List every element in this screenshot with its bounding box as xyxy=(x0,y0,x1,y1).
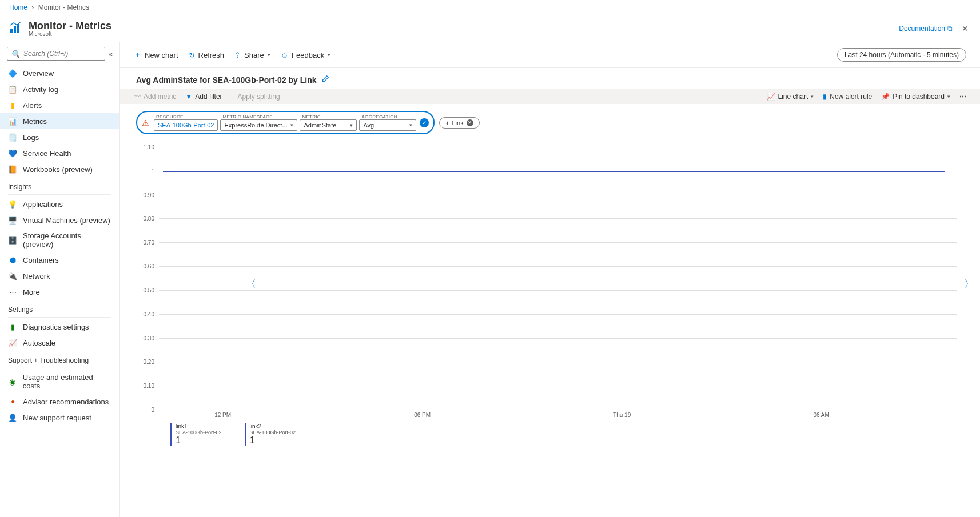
chevron-down-icon: ▾ xyxy=(409,122,412,128)
add-filter-button[interactable]: ▼Add filter xyxy=(185,93,222,101)
chevron-down-icon: ▾ xyxy=(290,122,293,128)
gridline xyxy=(159,266,957,267)
resource-label: RESOURCE xyxy=(154,114,218,119)
y-tick-label: 0.20 xyxy=(144,359,154,365)
sidebar-item-label: Network xyxy=(23,272,50,280)
sidebar-section-settings: Settings xyxy=(0,300,119,316)
add-metric-button[interactable]: 〰Add metric xyxy=(134,93,176,101)
sidebar-item-activity-log[interactable]: 📋Activity log xyxy=(0,81,119,97)
legend-series-name: link2 xyxy=(250,423,296,430)
gridline xyxy=(159,218,957,219)
filter-icon: ▼ xyxy=(185,93,192,101)
sidebar-item-usage[interactable]: ◉Usage and estimated costs xyxy=(0,370,119,394)
overview-icon: 🔷 xyxy=(8,69,17,78)
y-axis: 1.1010.900.800.700.600.500.400.300.200.1… xyxy=(136,147,157,410)
chart-legend: link1SEA-100Gb-Port-021link2SEA-100Gb-Po… xyxy=(136,421,957,446)
sidebar-item-overview[interactable]: 🔷Overview xyxy=(0,65,119,81)
feedback-button[interactable]: ☺Feedback ▾ xyxy=(281,51,330,59)
resource-selector[interactable]: SEA-100Gb-Port-02 xyxy=(154,119,218,131)
pin-dashboard-button[interactable]: 📌Pin to dashboard ▾ xyxy=(881,93,950,101)
share-button[interactable]: ⇪Share ▾ xyxy=(234,51,270,59)
y-tick-label: 0.10 xyxy=(144,383,154,389)
refresh-button[interactable]: ↻Refresh xyxy=(189,51,225,59)
service-health-icon: 💙 xyxy=(8,149,17,158)
close-button[interactable]: ✕ xyxy=(959,22,971,35)
data-line xyxy=(163,171,945,172)
sidebar-item-label: Diagnostics settings xyxy=(23,323,89,331)
sidebar-item-diagnostics[interactable]: ▮Diagnostics settings xyxy=(0,319,119,335)
legend-series-name: link1 xyxy=(176,423,222,430)
sidebar-item-storage[interactable]: 🗄️Storage Accounts (preview) xyxy=(0,228,119,252)
search-input-wrapper[interactable]: 🔍 xyxy=(7,47,105,61)
sidebar-item-label: Containers xyxy=(23,256,59,264)
x-tick-label: Thu 19 xyxy=(613,412,631,418)
new-chart-button[interactable]: ＋New chart xyxy=(134,50,178,60)
sidebar-item-containers[interactable]: ⬢Containers xyxy=(0,252,119,268)
namespace-selector[interactable]: ExpressRoute Direct...▾ xyxy=(220,119,297,131)
monitor-icon xyxy=(9,22,23,35)
x-tick-label: 06 AM xyxy=(813,412,829,418)
sidebar-item-metrics[interactable]: 📊Metrics xyxy=(0,113,119,129)
metric-selector[interactable]: AdminState▾ xyxy=(300,119,357,131)
breadcrumb-separator: › xyxy=(31,3,34,11)
gridline xyxy=(159,242,957,243)
time-range-selector[interactable]: Last 24 hours (Automatic - 5 minutes) xyxy=(837,48,966,62)
sidebar-item-alerts[interactable]: ▮Alerts xyxy=(0,97,119,113)
sidebar-item-label: Autoscale xyxy=(23,339,55,347)
metrics-icon: 📊 xyxy=(8,117,17,126)
y-tick-label: 0.80 xyxy=(144,215,154,222)
sidebar-item-workbooks[interactable]: 📙Workbooks (preview) xyxy=(0,161,119,177)
sidebar-item-more[interactable]: ⋯More xyxy=(0,284,119,300)
warning-icon: ⚠ xyxy=(142,118,149,127)
chart-title: Avg AdminState for SEA-100Gb-Port-02 by … xyxy=(136,75,317,85)
more-options-button[interactable]: ⋯ xyxy=(959,93,966,101)
sidebar-item-label: Advisor recommendations xyxy=(23,398,109,406)
prev-chart-button[interactable]: 〈 xyxy=(241,272,261,295)
feedback-icon: ☺ xyxy=(281,51,288,59)
chart-subtoolbar: 〰Add metric ▼Add filter ⫞Apply splitting… xyxy=(120,89,980,104)
plus-icon: ＋ xyxy=(134,50,141,60)
diagnostics-icon: ▮ xyxy=(8,322,17,331)
next-chart-button[interactable]: 〉 xyxy=(959,272,979,295)
sidebar-item-advisor[interactable]: ✦Advisor recommendations xyxy=(0,394,119,410)
remove-filter-button[interactable]: ✕ xyxy=(467,119,473,126)
legend-resource-name: SEA-100Gb-Port-02 xyxy=(176,430,222,435)
y-tick-label: 0.90 xyxy=(144,191,154,198)
legend-item[interactable]: link2SEA-100Gb-Port-021 xyxy=(245,423,296,446)
chevron-down-icon: ▾ xyxy=(947,94,950,99)
link-filter-pill[interactable]: ⫞ Link ✕ xyxy=(439,117,479,129)
breadcrumb-home[interactable]: Home xyxy=(9,3,27,11)
legend-value: 1 xyxy=(176,435,222,446)
sidebar-item-autoscale[interactable]: 📈Autoscale xyxy=(0,335,119,351)
sidebar-item-service-health[interactable]: 💙Service Health xyxy=(0,145,119,161)
toolbar: ＋New chart ↻Refresh ⇪Share ▾ ☺Feedback ▾… xyxy=(120,42,980,68)
chart-area: 1.1010.900.800.700.600.500.400.300.200.1… xyxy=(120,141,980,457)
sidebar-item-logs[interactable]: 🗒️Logs xyxy=(0,129,119,145)
add-metric-icon: 〰 xyxy=(134,93,141,101)
aggregation-selector[interactable]: Avg▾ xyxy=(359,119,416,131)
sidebar-item-vms[interactable]: 🖥️Virtual Machines (preview) xyxy=(0,212,119,228)
sidebar-item-label: More xyxy=(23,288,40,296)
apply-splitting-button[interactable]: ⫞Apply splitting xyxy=(232,93,280,101)
sidebar-item-applications[interactable]: 💡Applications xyxy=(0,196,119,212)
sidebar-item-network[interactable]: 🔌Network xyxy=(0,268,119,284)
sidebar-item-label: Virtual Machines (preview) xyxy=(23,216,110,225)
storage-icon: 🗄️ xyxy=(8,235,17,245)
search-input[interactable] xyxy=(23,50,101,58)
alerts-icon: ▮ xyxy=(8,101,17,110)
gridline xyxy=(159,386,957,386)
chart-type-selector[interactable]: 📈Line chart ▾ xyxy=(767,93,814,101)
legend-item[interactable]: link1SEA-100Gb-Port-021 xyxy=(170,423,222,446)
edit-title-button[interactable] xyxy=(321,75,329,85)
documentation-link[interactable]: Documentation ⧉ xyxy=(899,25,953,33)
gridline xyxy=(159,290,957,291)
network-icon: 🔌 xyxy=(8,271,17,280)
collapse-sidebar-button[interactable]: « xyxy=(109,50,113,58)
sidebar-item-support-request[interactable]: 👤New support request xyxy=(0,410,119,426)
y-tick-label: 0.60 xyxy=(144,263,154,270)
split-icon: ⫞ xyxy=(232,93,235,101)
legend-resource-name: SEA-100Gb-Port-02 xyxy=(250,430,296,435)
external-link-icon: ⧉ xyxy=(947,25,953,33)
chevron-down-icon: ▾ xyxy=(811,94,814,99)
new-alert-rule-button[interactable]: ▮New alert rule xyxy=(823,93,872,101)
